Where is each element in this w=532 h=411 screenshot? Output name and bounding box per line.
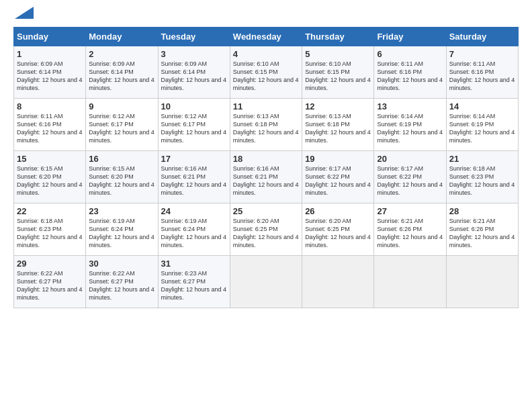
- calendar-week-2: 8Sunrise: 6:11 AMSunset: 6:16 PMDaylight…: [14, 99, 519, 151]
- page-container: SundayMondayTuesdayWednesdayThursdayFrid…: [0, 0, 532, 315]
- cell-info: Sunrise: 6:22 AMSunset: 6:27 PMDaylight:…: [17, 269, 83, 302]
- header-wednesday: Wednesday: [230, 28, 302, 46]
- header-tuesday: Tuesday: [158, 28, 230, 46]
- calendar-week-1: 1Sunrise: 6:09 AMSunset: 6:14 PMDaylight…: [14, 46, 519, 99]
- logo: [13, 12, 34, 19]
- day-number: 13: [377, 101, 443, 111]
- day-number: 18: [233, 154, 299, 164]
- page-header: [13, 12, 519, 19]
- cell-info: Sunrise: 6:17 AMSunset: 6:22 PMDaylight:…: [377, 165, 443, 197]
- day-number: 17: [161, 154, 227, 164]
- cell-info: Sunrise: 6:14 AMSunset: 6:19 PMDaylight:…: [449, 112, 515, 145]
- cell-info: Sunrise: 6:16 AMSunset: 6:21 PMDaylight:…: [161, 165, 227, 197]
- day-number: 5: [305, 49, 371, 59]
- calendar-week-4: 22Sunrise: 6:18 AMSunset: 6:23 PMDayligh…: [14, 203, 519, 256]
- calendar-cell: 11Sunrise: 6:13 AMSunset: 6:18 PMDayligh…: [230, 99, 302, 151]
- calendar-cell: 3Sunrise: 6:09 AMSunset: 6:14 PMDaylight…: [158, 46, 230, 99]
- cell-info: Sunrise: 6:09 AMSunset: 6:14 PMDaylight:…: [89, 60, 154, 93]
- header-monday: Monday: [86, 28, 158, 46]
- cell-info: Sunrise: 6:17 AMSunset: 6:22 PMDaylight:…: [305, 165, 371, 197]
- calendar-cell: 16Sunrise: 6:15 AMSunset: 6:20 PMDayligh…: [86, 151, 158, 203]
- svg-marker-0: [15, 7, 34, 19]
- day-number: 10: [161, 101, 227, 111]
- header-friday: Friday: [374, 28, 446, 46]
- day-number: 31: [161, 259, 227, 269]
- day-number: 26: [305, 206, 371, 216]
- day-number: 3: [161, 49, 227, 59]
- calendar-cell: 22Sunrise: 6:18 AMSunset: 6:23 PMDayligh…: [14, 203, 86, 256]
- day-number: 11: [233, 101, 299, 111]
- cell-info: Sunrise: 6:19 AMSunset: 6:24 PMDaylight:…: [89, 217, 154, 250]
- calendar-cell: 14Sunrise: 6:14 AMSunset: 6:19 PMDayligh…: [446, 99, 518, 151]
- calendar-week-5: 29Sunrise: 6:22 AMSunset: 6:27 PMDayligh…: [14, 256, 519, 308]
- calendar-cell: 9Sunrise: 6:12 AMSunset: 6:17 PMDaylight…: [86, 99, 158, 151]
- cell-info: Sunrise: 6:18 AMSunset: 6:23 PMDaylight:…: [17, 217, 83, 250]
- calendar-cell: 5Sunrise: 6:10 AMSunset: 6:15 PMDaylight…: [302, 46, 374, 99]
- cell-info: Sunrise: 6:12 AMSunset: 6:17 PMDaylight:…: [89, 112, 154, 145]
- calendar-cell: 6Sunrise: 6:11 AMSunset: 6:16 PMDaylight…: [374, 46, 446, 99]
- cell-info: Sunrise: 6:11 AMSunset: 6:16 PMDaylight:…: [449, 60, 515, 93]
- day-number: 14: [449, 101, 515, 111]
- calendar-cell: [230, 256, 302, 308]
- cell-info: Sunrise: 6:11 AMSunset: 6:16 PMDaylight:…: [17, 112, 83, 145]
- calendar-cell: 31Sunrise: 6:23 AMSunset: 6:27 PMDayligh…: [158, 256, 230, 308]
- calendar-cell: 7Sunrise: 6:11 AMSunset: 6:16 PMDaylight…: [446, 46, 518, 99]
- header-thursday: Thursday: [302, 28, 374, 46]
- calendar-week-3: 15Sunrise: 6:15 AMSunset: 6:20 PMDayligh…: [14, 151, 519, 203]
- day-number: 7: [449, 49, 515, 59]
- day-number: 29: [17, 259, 83, 269]
- cell-info: Sunrise: 6:20 AMSunset: 6:25 PMDaylight:…: [305, 217, 371, 250]
- cell-info: Sunrise: 6:13 AMSunset: 6:18 PMDaylight:…: [233, 112, 299, 145]
- calendar-cell: 21Sunrise: 6:18 AMSunset: 6:23 PMDayligh…: [446, 151, 518, 203]
- calendar-cell: 13Sunrise: 6:14 AMSunset: 6:19 PMDayligh…: [374, 99, 446, 151]
- calendar-cell: 4Sunrise: 6:10 AMSunset: 6:15 PMDaylight…: [230, 46, 302, 99]
- calendar-cell: [446, 256, 518, 308]
- cell-info: Sunrise: 6:20 AMSunset: 6:25 PMDaylight:…: [233, 217, 299, 250]
- calendar-cell: 12Sunrise: 6:13 AMSunset: 6:18 PMDayligh…: [302, 99, 374, 151]
- calendar-cell: 8Sunrise: 6:11 AMSunset: 6:16 PMDaylight…: [14, 99, 86, 151]
- calendar-cell: 2Sunrise: 6:09 AMSunset: 6:14 PMDaylight…: [86, 46, 158, 99]
- calendar-cell: 25Sunrise: 6:20 AMSunset: 6:25 PMDayligh…: [230, 203, 302, 256]
- cell-info: Sunrise: 6:15 AMSunset: 6:20 PMDaylight:…: [89, 165, 154, 197]
- day-number: 8: [17, 101, 83, 111]
- day-number: 1: [17, 49, 83, 59]
- day-number: 28: [449, 206, 515, 216]
- calendar-cell: 26Sunrise: 6:20 AMSunset: 6:25 PMDayligh…: [302, 203, 374, 256]
- calendar-cell: 19Sunrise: 6:17 AMSunset: 6:22 PMDayligh…: [302, 151, 374, 203]
- calendar-cell: 20Sunrise: 6:17 AMSunset: 6:22 PMDayligh…: [374, 151, 446, 203]
- day-number: 9: [89, 101, 154, 111]
- cell-info: Sunrise: 6:09 AMSunset: 6:14 PMDaylight:…: [17, 60, 83, 93]
- cell-info: Sunrise: 6:14 AMSunset: 6:19 PMDaylight:…: [377, 112, 443, 145]
- logo-icon: [15, 7, 34, 19]
- cell-info: Sunrise: 6:19 AMSunset: 6:24 PMDaylight:…: [161, 217, 227, 250]
- header-row: SundayMondayTuesdayWednesdayThursdayFrid…: [14, 28, 519, 46]
- cell-info: Sunrise: 6:22 AMSunset: 6:27 PMDaylight:…: [89, 269, 154, 302]
- cell-info: Sunrise: 6:15 AMSunset: 6:20 PMDaylight:…: [17, 165, 83, 197]
- cell-info: Sunrise: 6:16 AMSunset: 6:21 PMDaylight:…: [233, 165, 299, 197]
- day-number: 21: [449, 154, 515, 164]
- cell-info: Sunrise: 6:23 AMSunset: 6:27 PMDaylight:…: [161, 269, 227, 302]
- day-number: 24: [161, 206, 227, 216]
- calendar-cell: 1Sunrise: 6:09 AMSunset: 6:14 PMDaylight…: [14, 46, 86, 99]
- day-number: 30: [89, 259, 154, 269]
- cell-info: Sunrise: 6:10 AMSunset: 6:15 PMDaylight:…: [305, 60, 371, 93]
- cell-info: Sunrise: 6:21 AMSunset: 6:26 PMDaylight:…: [377, 217, 443, 250]
- cell-info: Sunrise: 6:09 AMSunset: 6:14 PMDaylight:…: [161, 60, 227, 93]
- calendar-cell: 28Sunrise: 6:21 AMSunset: 6:26 PMDayligh…: [446, 203, 518, 256]
- day-number: 22: [17, 206, 83, 216]
- day-number: 6: [377, 49, 443, 59]
- cell-info: Sunrise: 6:18 AMSunset: 6:23 PMDaylight:…: [449, 165, 515, 197]
- calendar-cell: 29Sunrise: 6:22 AMSunset: 6:27 PMDayligh…: [14, 256, 86, 308]
- day-number: 19: [305, 154, 371, 164]
- day-number: 15: [17, 154, 83, 164]
- cell-info: Sunrise: 6:10 AMSunset: 6:15 PMDaylight:…: [233, 60, 299, 93]
- cell-info: Sunrise: 6:13 AMSunset: 6:18 PMDaylight:…: [305, 112, 371, 145]
- calendar-cell: 23Sunrise: 6:19 AMSunset: 6:24 PMDayligh…: [86, 203, 158, 256]
- calendar-cell: 24Sunrise: 6:19 AMSunset: 6:24 PMDayligh…: [158, 203, 230, 256]
- calendar-cell: 30Sunrise: 6:22 AMSunset: 6:27 PMDayligh…: [86, 256, 158, 308]
- day-number: 12: [305, 101, 371, 111]
- header-saturday: Saturday: [446, 28, 518, 46]
- day-number: 27: [377, 206, 443, 216]
- cell-info: Sunrise: 6:12 AMSunset: 6:17 PMDaylight:…: [161, 112, 227, 145]
- calendar-cell: [374, 256, 446, 308]
